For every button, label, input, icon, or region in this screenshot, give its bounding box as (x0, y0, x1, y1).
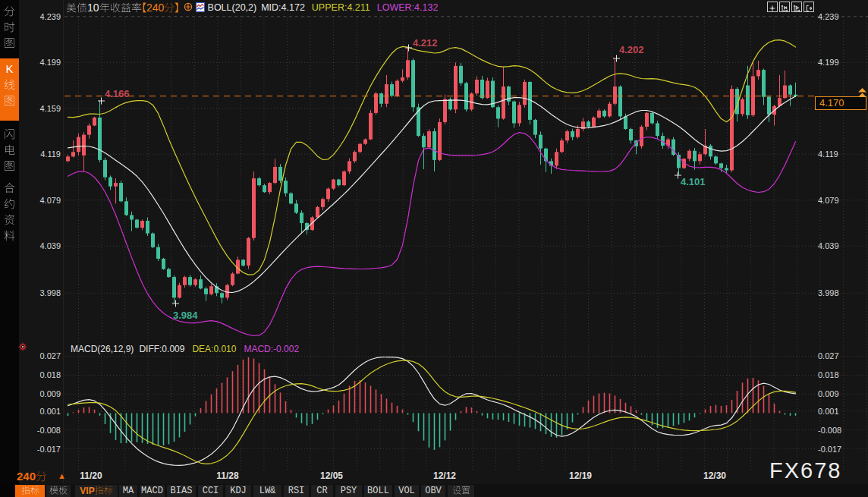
bollinger-bands (68, 40, 796, 336)
cjk-char (21, 486, 30, 495)
axis-label: -0.017 (23, 445, 61, 454)
cjk-char (175, 2, 178, 13)
cjk-char (104, 486, 113, 495)
axis-label: 4.159 (23, 104, 61, 113)
trading-app: K 10240 BOLL(20,2)MID:4.172UPPER:4.211LO… (0, 0, 868, 497)
price-annotation: 4.212 (413, 37, 438, 49)
price-annotation: 4.166 (105, 88, 130, 99)
indicator-alert-icon[interactable] (18, 341, 27, 354)
add-indicator-icon[interactable] (183, 2, 193, 13)
macd-dea-value: DEA:0.010 (192, 344, 236, 354)
chart-canvas[interactable] (0, 0, 868, 497)
cjk-char (4, 144, 15, 156)
period-label[interactable]: 240 (17, 470, 47, 483)
cjk-char (95, 486, 104, 495)
instrument-title: 10 (66, 2, 142, 14)
cjk-char (110, 2, 121, 13)
cjk-char (30, 486, 39, 495)
chart-type-icon[interactable] (196, 2, 205, 13)
date-label: 12/30 (703, 470, 726, 481)
axis-label: 0.018 (818, 370, 839, 379)
toolbar-tab-CCI[interactable]: CCI (198, 485, 223, 497)
axis-label: 4.239 (818, 12, 839, 21)
toolbar-tab-MACD[interactable]: MACD (140, 485, 165, 497)
sidebar-item-char (0, 212, 19, 228)
cjk-char (66, 2, 77, 13)
axis-label: 4.199 (818, 58, 839, 67)
period-dropdown-arrow[interactable]: ▲ (58, 471, 66, 480)
sidebar-item-1[interactable] (0, 3, 19, 51)
indicator-toolbar: VIPMAMACDBIASCCIKDJLW&RSICRPSYBOLLVOLOBV (0, 484, 868, 497)
axis-label: 4.079 (818, 196, 839, 205)
toolbar-tab-VIP指标[interactable]: VIP (75, 485, 118, 497)
price-annotation: 4.202 (619, 44, 644, 55)
sidebar-item-char (0, 3, 19, 19)
axis-label: -0.017 (818, 445, 841, 454)
pan-icon[interactable] (767, 2, 778, 12)
axis-label: 0.018 (23, 370, 61, 379)
toolbar-tab-KDJ[interactable]: KDJ (225, 485, 251, 497)
sidebar-item-char: K (0, 61, 19, 77)
macd-macd-value: MACD:-0.002 (244, 344, 299, 354)
cjk-char (452, 486, 461, 495)
scale-start-icon[interactable] (779, 2, 790, 12)
cjk-char (4, 79, 15, 90)
cjk-char (4, 128, 15, 140)
sidebar-item-char (0, 228, 19, 244)
toolbar-tab-模板[interactable] (46, 485, 71, 497)
cjk-char (4, 198, 15, 209)
cjk-char (164, 2, 175, 13)
macd-diff-value: DIFF:0.009 (139, 344, 184, 354)
play-forward-icon[interactable] (791, 2, 802, 12)
toolbar-tab-指标[interactable] (15, 485, 45, 497)
axis-label: 4.079 (23, 196, 61, 205)
sidebar-item-char (0, 77, 19, 93)
sidebar-item-char (0, 93, 19, 109)
date-axis: 11/2011/2812/0512/1212/1912/30 (0, 469, 868, 484)
axis-label: 0.001 (818, 407, 839, 416)
cjk-char (77, 2, 87, 13)
cjk-char (4, 230, 15, 241)
axis-label: 4.199 (23, 58, 61, 67)
toolbar-tab-VOL[interactable]: VOL (395, 485, 419, 497)
toolbar-tab-BOLL[interactable]: BOLL (364, 485, 392, 497)
axis-label: 0.027 (818, 351, 839, 360)
axis-label: 4.039 (818, 241, 839, 250)
cjk-char (4, 160, 15, 171)
sidebar-item-char (0, 126, 19, 142)
last-price-value: 4.170 (819, 97, 844, 109)
cjk-char (4, 37, 15, 49)
cjk-char (4, 182, 15, 193)
axis-label: 3.998 (23, 288, 61, 297)
chart-header: 10240 BOLL(20,2)MID:4.172UPPER:4.211LOWE… (66, 2, 438, 14)
toolbar-tab-OBV[interactable]: OBV (421, 485, 445, 497)
toolbar-tab-RSI[interactable]: RSI (284, 485, 309, 497)
macd-name: MACD(26,12,9) (71, 344, 134, 354)
jump-latest-icon[interactable] (804, 2, 814, 12)
axis-label: 4.239 (23, 12, 61, 21)
date-label: 12/05 (320, 470, 343, 481)
toolbar-tab-CR[interactable]: CR (311, 485, 333, 497)
axis-label: 4.039 (23, 241, 61, 250)
date-label: 11/28 (216, 470, 238, 481)
toolbar-tab-PSY[interactable]: PSY (335, 485, 362, 497)
macd-header: MACD(26,12,9)DIFF:0.009DEA:0.010MACD:-0.… (71, 344, 299, 354)
toolbar-tab-MA[interactable]: MA (119, 485, 137, 497)
cjk-char (58, 486, 68, 495)
sidebar-item-2[interactable]: K (0, 58, 19, 121)
axis-label: -0.008 (23, 426, 61, 435)
toolbar-tab-BIAS[interactable]: BIAS (167, 485, 196, 497)
axis-label: -0.008 (818, 426, 841, 435)
sidebar-item-char (0, 142, 19, 158)
cjk-char (4, 214, 15, 225)
toolbar-tab-设置[interactable] (448, 485, 474, 497)
sidebar-item-char (0, 196, 19, 212)
sidebar-item-3[interactable] (0, 126, 19, 174)
axis-label: 3.998 (818, 288, 839, 297)
cjk-char (4, 5, 15, 17)
sidebar-item-char (0, 158, 19, 174)
boll-label: BOLL(20,2) (208, 2, 257, 13)
toolbar-tab-LW&[interactable]: LW& (253, 485, 281, 497)
cjk-char (4, 95, 15, 106)
sidebar-item-4[interactable] (0, 180, 19, 244)
